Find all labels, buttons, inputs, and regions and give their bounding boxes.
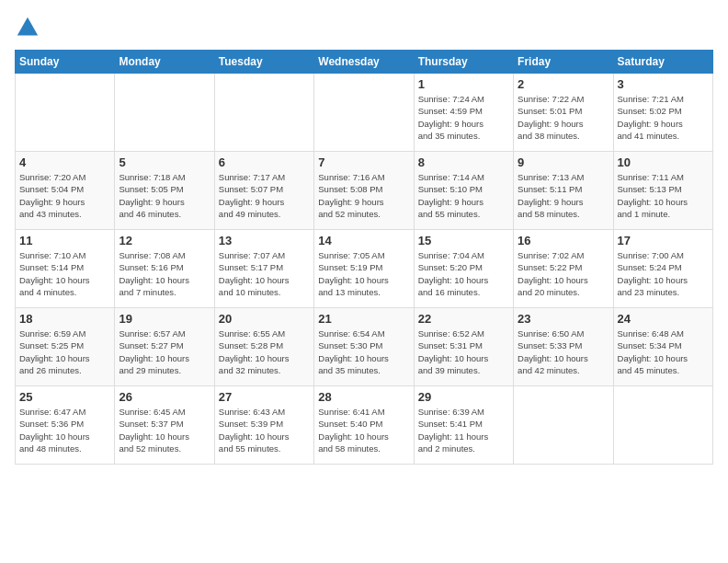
week-row-1: 1Sunrise: 7:24 AM Sunset: 4:59 PM Daylig…	[16, 74, 713, 152]
calendar-cell: 7Sunrise: 7:16 AM Sunset: 5:08 PM Daylig…	[314, 152, 414, 230]
header-cell-monday: Monday	[115, 51, 214, 74]
day-number: 20	[219, 312, 310, 326]
calendar-cell: 23Sunrise: 6:50 AM Sunset: 5:33 PM Dayli…	[514, 308, 613, 386]
day-info: Sunrise: 7:07 AM Sunset: 5:17 PM Dayligh…	[219, 249, 310, 298]
day-number: 21	[318, 312, 409, 326]
logo-icon	[15, 15, 40, 40]
day-info: Sunrise: 6:48 AM Sunset: 5:34 PM Dayligh…	[618, 327, 709, 376]
day-number: 4	[19, 155, 110, 169]
day-number: 18	[19, 312, 110, 326]
calendar-cell: 2Sunrise: 7:22 AM Sunset: 5:01 PM Daylig…	[514, 74, 613, 152]
week-row-4: 18Sunrise: 6:59 AM Sunset: 5:25 PM Dayli…	[16, 308, 713, 386]
day-number: 6	[219, 155, 310, 169]
calendar-body: 1Sunrise: 7:24 AM Sunset: 4:59 PM Daylig…	[16, 74, 713, 465]
header-cell-saturday: Saturday	[613, 51, 712, 74]
day-info: Sunrise: 7:08 AM Sunset: 5:16 PM Dayligh…	[119, 249, 210, 298]
svg-marker-0	[17, 17, 38, 36]
calendar-cell: 6Sunrise: 7:17 AM Sunset: 5:07 PM Daylig…	[214, 152, 313, 230]
day-number: 29	[418, 390, 509, 404]
calendar-cell: 14Sunrise: 7:05 AM Sunset: 5:19 PM Dayli…	[314, 230, 414, 308]
day-number: 13	[219, 234, 310, 247]
day-number: 23	[518, 312, 609, 326]
calendar-cell	[514, 386, 613, 465]
calendar-cell: 18Sunrise: 6:59 AM Sunset: 5:25 PM Dayli…	[16, 308, 115, 386]
calendar-cell: 24Sunrise: 6:48 AM Sunset: 5:34 PM Dayli…	[613, 308, 712, 386]
day-number: 5	[119, 155, 210, 169]
day-info: Sunrise: 7:00 AM Sunset: 5:24 PM Dayligh…	[618, 249, 709, 298]
week-row-2: 4Sunrise: 7:20 AM Sunset: 5:04 PM Daylig…	[16, 152, 713, 230]
header-row: SundayMondayTuesdayWednesdayThursdayFrid…	[16, 51, 713, 74]
day-number: 27	[219, 390, 310, 404]
day-info: Sunrise: 6:39 AM Sunset: 5:41 PM Dayligh…	[418, 406, 509, 454]
calendar-cell: 27Sunrise: 6:43 AM Sunset: 5:39 PM Dayli…	[214, 386, 313, 465]
day-number: 2	[518, 77, 609, 91]
day-info: Sunrise: 7:22 AM Sunset: 5:01 PM Dayligh…	[518, 93, 609, 142]
calendar-cell: 3Sunrise: 7:21 AM Sunset: 5:02 PM Daylig…	[613, 74, 712, 152]
day-number: 9	[518, 155, 609, 169]
calendar-cell: 26Sunrise: 6:45 AM Sunset: 5:37 PM Dayli…	[115, 386, 214, 465]
calendar-cell: 4Sunrise: 7:20 AM Sunset: 5:04 PM Daylig…	[16, 152, 115, 230]
calendar-cell: 22Sunrise: 6:52 AM Sunset: 5:31 PM Dayli…	[414, 308, 513, 386]
day-number: 15	[418, 234, 509, 247]
day-number: 8	[418, 155, 509, 169]
calendar-cell: 28Sunrise: 6:41 AM Sunset: 5:40 PM Dayli…	[314, 386, 414, 465]
day-info: Sunrise: 6:54 AM Sunset: 5:30 PM Dayligh…	[318, 327, 409, 376]
day-info: Sunrise: 7:10 AM Sunset: 5:14 PM Dayligh…	[19, 249, 110, 298]
day-info: Sunrise: 7:11 AM Sunset: 5:13 PM Dayligh…	[618, 171, 709, 220]
day-number: 7	[318, 155, 409, 169]
day-info: Sunrise: 7:18 AM Sunset: 5:05 PM Dayligh…	[119, 171, 210, 220]
calendar-cell: 19Sunrise: 6:57 AM Sunset: 5:27 PM Dayli…	[115, 308, 214, 386]
calendar-cell	[16, 74, 115, 152]
calendar-cell: 9Sunrise: 7:13 AM Sunset: 5:11 PM Daylig…	[514, 152, 613, 230]
day-number: 26	[119, 390, 210, 404]
calendar-cell: 25Sunrise: 6:47 AM Sunset: 5:36 PM Dayli…	[16, 386, 115, 465]
header-cell-sunday: Sunday	[16, 51, 115, 74]
day-info: Sunrise: 7:17 AM Sunset: 5:07 PM Dayligh…	[219, 171, 310, 220]
day-info: Sunrise: 7:02 AM Sunset: 5:22 PM Dayligh…	[518, 249, 609, 298]
header-cell-friday: Friday	[514, 51, 613, 74]
day-number: 22	[418, 312, 509, 326]
day-number: 19	[119, 312, 210, 326]
calendar-cell: 16Sunrise: 7:02 AM Sunset: 5:22 PM Dayli…	[514, 230, 613, 308]
day-info: Sunrise: 6:41 AM Sunset: 5:40 PM Dayligh…	[318, 406, 409, 454]
calendar-cell	[613, 386, 712, 465]
day-number: 28	[318, 390, 409, 404]
calendar-cell	[314, 74, 414, 152]
logo	[15, 15, 44, 40]
day-info: Sunrise: 6:55 AM Sunset: 5:28 PM Dayligh…	[219, 327, 310, 376]
day-number: 17	[618, 234, 709, 247]
calendar-cell	[214, 74, 313, 152]
day-number: 24	[618, 312, 709, 326]
day-info: Sunrise: 6:43 AM Sunset: 5:39 PM Dayligh…	[219, 406, 310, 454]
calendar-cell	[115, 74, 214, 152]
day-info: Sunrise: 6:57 AM Sunset: 5:27 PM Dayligh…	[119, 327, 210, 376]
day-number: 10	[618, 155, 709, 169]
calendar-cell: 10Sunrise: 7:11 AM Sunset: 5:13 PM Dayli…	[613, 152, 712, 230]
header-cell-wednesday: Wednesday	[314, 51, 414, 74]
header-cell-thursday: Thursday	[414, 51, 513, 74]
day-number: 16	[518, 234, 609, 247]
calendar-cell: 8Sunrise: 7:14 AM Sunset: 5:10 PM Daylig…	[414, 152, 513, 230]
day-number: 11	[19, 234, 110, 247]
day-info: Sunrise: 7:14 AM Sunset: 5:10 PM Dayligh…	[418, 171, 509, 220]
calendar-cell: 1Sunrise: 7:24 AM Sunset: 4:59 PM Daylig…	[414, 74, 513, 152]
day-info: Sunrise: 6:45 AM Sunset: 5:37 PM Dayligh…	[119, 406, 210, 454]
day-info: Sunrise: 7:21 AM Sunset: 5:02 PM Dayligh…	[618, 93, 709, 142]
calendar-cell: 29Sunrise: 6:39 AM Sunset: 5:41 PM Dayli…	[414, 386, 513, 465]
day-info: Sunrise: 7:05 AM Sunset: 5:19 PM Dayligh…	[318, 249, 409, 298]
day-info: Sunrise: 7:24 AM Sunset: 4:59 PM Dayligh…	[418, 93, 509, 142]
calendar-table: SundayMondayTuesdayWednesdayThursdayFrid…	[15, 50, 713, 465]
calendar-cell: 12Sunrise: 7:08 AM Sunset: 5:16 PM Dayli…	[115, 230, 214, 308]
day-info: Sunrise: 7:16 AM Sunset: 5:08 PM Dayligh…	[318, 171, 409, 220]
week-row-3: 11Sunrise: 7:10 AM Sunset: 5:14 PM Dayli…	[16, 230, 713, 308]
calendar-cell: 13Sunrise: 7:07 AM Sunset: 5:17 PM Dayli…	[214, 230, 313, 308]
page-header	[15, 15, 713, 40]
day-info: Sunrise: 6:47 AM Sunset: 5:36 PM Dayligh…	[19, 406, 110, 454]
header-cell-tuesday: Tuesday	[214, 51, 313, 74]
day-info: Sunrise: 7:04 AM Sunset: 5:20 PM Dayligh…	[418, 249, 509, 298]
day-info: Sunrise: 7:13 AM Sunset: 5:11 PM Dayligh…	[518, 171, 609, 220]
calendar-cell: 21Sunrise: 6:54 AM Sunset: 5:30 PM Dayli…	[314, 308, 414, 386]
calendar-cell: 15Sunrise: 7:04 AM Sunset: 5:20 PM Dayli…	[414, 230, 513, 308]
day-info: Sunrise: 6:59 AM Sunset: 5:25 PM Dayligh…	[19, 327, 110, 376]
day-number: 1	[418, 77, 509, 91]
